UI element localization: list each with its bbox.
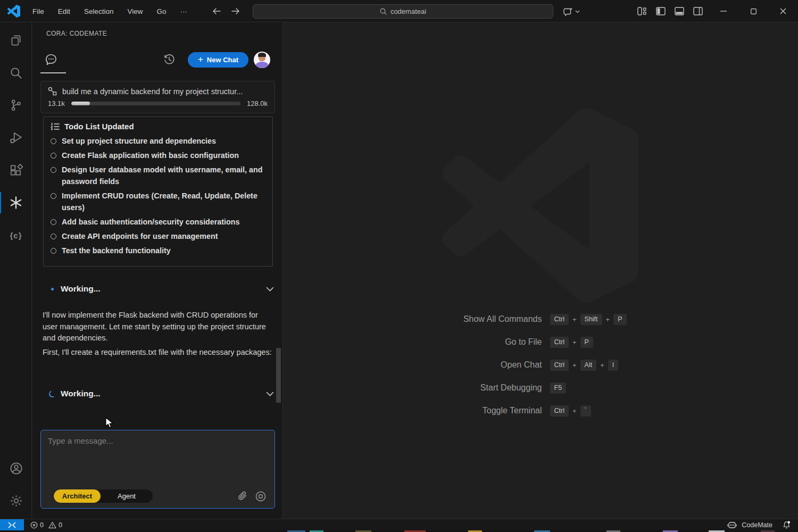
menu-edit[interactable]: Edit: [51, 4, 77, 19]
shortcut-keys: Ctrl+P: [550, 337, 726, 348]
toggle-panel-icon[interactable]: [675, 7, 684, 15]
new-chat-label: New Chat: [207, 56, 238, 64]
problems-indicator[interactable]: 0 0: [30, 521, 62, 529]
message-composer: Architect Agent: [40, 430, 275, 509]
shortcut-keys: Ctrl+Shift+P: [550, 314, 726, 325]
key-cap: Ctrl: [550, 360, 569, 371]
vscode-window: FileEditSelectionViewGo··· codemateai: [0, 0, 798, 532]
sidebar-item-braces-extension[interactable]: {c}: [0, 221, 32, 249]
shortcut-label: Go to File: [367, 337, 542, 347]
user-avatar[interactable]: [254, 52, 270, 68]
menu-view[interactable]: View: [121, 4, 150, 19]
todo-item: Set up project structure and dependencie…: [51, 134, 265, 148]
close-window-button[interactable]: [768, 0, 798, 22]
todo-item: Create Flask application with basic conf…: [51, 148, 265, 162]
sidebar-item-codemate[interactable]: [0, 189, 32, 217]
codemate-status-label[interactable]: CodeMate: [742, 521, 772, 529]
todo-unchecked-icon: [51, 193, 56, 199]
gear-icon: [9, 494, 23, 508]
menu-selection[interactable]: Selection: [77, 4, 121, 19]
key-cap: P: [580, 337, 593, 348]
mode-architect-button[interactable]: Architect: [54, 489, 101, 503]
message-input[interactable]: [41, 430, 275, 479]
warning-icon: [48, 521, 56, 529]
stop-icon[interactable]: [255, 491, 266, 502]
menu-file[interactable]: File: [26, 4, 51, 19]
todo-unchecked-icon: [51, 248, 56, 254]
shortcut-row: Start DebuggingF5: [288, 381, 798, 394]
key-cap: Ctrl: [550, 314, 569, 325]
notifications-bell-icon[interactable]: [783, 521, 791, 529]
token-progressbar: [71, 102, 240, 105]
toggle-primary-sidebar-icon[interactable]: [656, 7, 666, 15]
sidebar-item-explorer[interactable]: [0, 27, 32, 54]
account-icon: [9, 461, 23, 476]
working-label: Working...: [59, 284, 266, 294]
go-back-button[interactable]: [211, 5, 222, 17]
minimize-button[interactable]: [709, 0, 738, 22]
sidebar-item-source-control[interactable]: [0, 92, 32, 119]
sidebar-item-run-debug[interactable]: [0, 124, 32, 152]
sidebar-item-extensions[interactable]: [0, 156, 32, 184]
customize-layout-icon[interactable]: [637, 7, 647, 15]
avatar-shirt: [255, 62, 269, 68]
todo-item-text: Create API endpoints for user management: [62, 230, 218, 242]
warning-count: 0: [59, 521, 62, 529]
history-icon[interactable]: [163, 53, 176, 66]
assistant-message: I'll now implement the Flask backend wit…: [43, 310, 275, 344]
mode-agent-button[interactable]: Agent: [101, 489, 153, 503]
accounts-button[interactable]: [0, 454, 32, 482]
chevron-down-icon: [575, 10, 580, 13]
mouse-cursor: [105, 417, 114, 429]
run-debug-icon: [9, 131, 23, 145]
current-chat-summary[interactable]: build me a dynamic backend for my projec…: [40, 81, 275, 113]
remote-icon: [8, 522, 16, 528]
copilot-menu-button[interactable]: [563, 4, 580, 19]
more-menu-button[interactable]: ···: [173, 4, 195, 19]
editor-area: Show All CommandsCtrl+Shift+PGo to FileC…: [283, 22, 798, 519]
assistant-message: First, I'll create a requirements.txt fi…: [43, 347, 275, 359]
todo-item: Test the backend functionality: [51, 243, 265, 257]
remote-indicator[interactable]: [0, 519, 24, 531]
key-cap: I: [608, 360, 618, 371]
chat-tab-icon[interactable]: [44, 53, 58, 66]
token-progress-fill: [71, 102, 90, 105]
source-control-icon: [9, 98, 23, 112]
codemate-panel: CORA: CODEMATE + New Chat build me a dyn…: [32, 22, 283, 519]
todo-unchecked-icon: [51, 219, 56, 225]
todo-item: Implement CRUD routes (Create, Read, Upd…: [51, 188, 265, 214]
error-count: 0: [40, 521, 44, 529]
panel-scrollbar-thumb[interactable]: [276, 348, 281, 403]
chat-query-text: build me a dynamic backend for my projec…: [62, 87, 268, 96]
go-forward-button[interactable]: [230, 5, 242, 17]
activity-bar: {c}: [0, 22, 32, 519]
working-section-bottom[interactable]: Working...: [45, 387, 274, 401]
key-cap: F5: [550, 383, 567, 394]
todo-item: Add basic authentication/security consid…: [51, 214, 265, 229]
todo-item-text: Design User database model with username…: [62, 164, 265, 187]
command-center-search[interactable]: codemateai: [253, 4, 553, 19]
copilot-icon: [563, 6, 573, 17]
maximize-button[interactable]: [738, 0, 768, 22]
working-section-top[interactable]: Working...: [45, 282, 274, 296]
settings-button[interactable]: [0, 487, 32, 514]
todo-item-text: Set up project structure and dependencie…: [62, 135, 216, 147]
chevron-down-icon[interactable]: [266, 287, 274, 292]
toggle-secondary-sidebar-icon[interactable]: [693, 7, 703, 15]
menu-go[interactable]: Go: [150, 4, 173, 19]
plus-icon: +: [198, 54, 203, 65]
chevron-down-icon[interactable]: [266, 392, 274, 396]
panel-title: CORA: CODEMATE: [46, 30, 107, 37]
new-chat-button[interactable]: + New Chat: [188, 52, 248, 68]
sidebar-item-search[interactable]: [0, 59, 32, 87]
robot-icon[interactable]: [727, 521, 737, 529]
shortcut-row: Show All CommandsCtrl+Shift+P: [288, 313, 798, 326]
attach-file-icon[interactable]: [238, 491, 247, 501]
todo-item: Design User database model with username…: [51, 162, 265, 188]
shortcuts-list: Show All CommandsCtrl+Shift+PGo to FileC…: [283, 313, 798, 427]
files-icon: [9, 34, 23, 47]
plus-separator: +: [572, 315, 577, 323]
chat-structure-icon: [48, 87, 57, 96]
search-value: codemateai: [390, 7, 426, 15]
plus-separator: +: [600, 361, 604, 369]
